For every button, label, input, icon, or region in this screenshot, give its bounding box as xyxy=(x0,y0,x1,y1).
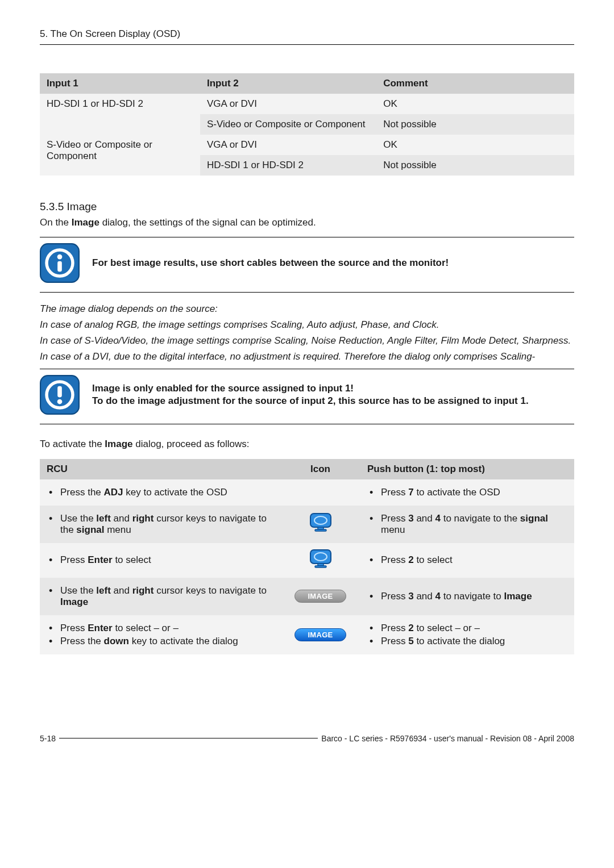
rcu-cell: Press Enter to select xyxy=(40,543,280,578)
list-item: Press 3 and 4 to navigate to the signal … xyxy=(367,513,567,536)
info-icon xyxy=(40,243,80,283)
rcu-cell: Press the ADJ key to activate the OSD xyxy=(40,479,280,506)
text: On the xyxy=(40,217,72,228)
page-number: 5-18 xyxy=(40,734,56,743)
list-item: Press 2 to select xyxy=(367,554,567,566)
svg-rect-12 xyxy=(310,550,331,564)
list-item: Use the left and right cursor keys to na… xyxy=(47,585,273,608)
table-header: Comment xyxy=(376,73,574,94)
input-compatibility-table: Input 1 Input 2 Comment HD-SDI 1 or HD-S… xyxy=(40,73,574,176)
table-header: Icon xyxy=(280,459,360,479)
text: The image dialog depends on the source: xyxy=(40,303,574,315)
list-item: Press Enter to select xyxy=(47,554,273,566)
push-button-cell: Press 3 and 4 to navigate to the signal … xyxy=(360,506,574,543)
table-header: RCU xyxy=(40,459,280,479)
text: In case of analog RGB, the image setting… xyxy=(40,319,574,331)
section-intro: On the Image dialog, the settings of the… xyxy=(40,216,574,229)
cell: VGA or DVI xyxy=(200,94,376,114)
table-row: Use the left and right cursor keys to na… xyxy=(40,506,574,543)
section-heading: 5.3.5 Image xyxy=(40,201,574,213)
text: dialog, proceed as follows: xyxy=(132,439,249,449)
rcu-cell: Use the left and right cursor keys to na… xyxy=(40,506,280,543)
image-pill-icon: IMAGE xyxy=(294,628,346,641)
table-row: Use the left and right cursor keys to na… xyxy=(40,578,574,615)
header-rule xyxy=(40,44,574,45)
footer-rule xyxy=(59,738,318,738)
list-item: Use the left and right cursor keys to na… xyxy=(47,513,273,536)
cell: S-Video or Composite or Component xyxy=(40,135,200,176)
svg-rect-8 xyxy=(310,514,331,527)
cell: OK xyxy=(376,135,574,155)
svg-rect-11 xyxy=(315,529,326,531)
page-footer: 5-18 Barco - LC series - R5976934 - user… xyxy=(40,734,574,743)
text: In case of a DVI, due to the digital int… xyxy=(40,350,574,363)
icon-cell: IMAGE xyxy=(280,615,360,654)
push-button-cell: Press 7 to activate the OSD xyxy=(360,479,574,506)
warning-text: Image is only enabled for the source ass… xyxy=(92,382,574,408)
list-item: Press the ADJ key to activate the OSD xyxy=(47,487,273,498)
cell: OK xyxy=(376,94,574,114)
list-item: Press 2 to select – or – xyxy=(367,623,567,634)
list-item: Press 7 to activate the OSD xyxy=(367,487,567,498)
warning-callout: Image is only enabled for the source ass… xyxy=(40,369,574,424)
text: In case of S-Video/Video, the image sett… xyxy=(40,335,574,347)
svg-rect-6 xyxy=(57,386,62,398)
table-row: Press Enter to selectPress 2 to select xyxy=(40,543,574,578)
text: Image xyxy=(72,217,99,228)
footer-text: Barco - LC series - R5976934 - user's ma… xyxy=(321,734,574,743)
table-row: Press Enter to select – or –Press the do… xyxy=(40,615,574,654)
italic-notes: The image dialog depends on the source: … xyxy=(40,303,574,363)
table-header: Input 1 xyxy=(40,73,200,94)
page-header: 5. The On Screen Display (OSD) xyxy=(40,28,574,40)
activate-text: To activate the Image dialog, proceed as… xyxy=(40,438,574,450)
monitor-icon xyxy=(309,549,332,569)
list-item: Press the down key to activate the dialo… xyxy=(47,636,273,647)
rcu-cell: Use the left and right cursor keys to na… xyxy=(40,578,280,615)
text: dialog, the settings of the signal can b… xyxy=(99,217,316,228)
cell: Not possible xyxy=(376,114,574,135)
svg-rect-3 xyxy=(57,261,62,272)
image-pill-icon: IMAGE xyxy=(294,590,346,603)
cell: S-Video or Composite or Component xyxy=(200,114,376,135)
table-header: Push button (1: top most) xyxy=(360,459,574,479)
text: To do the image adjustment for the sourc… xyxy=(92,395,574,408)
cell: VGA or DVI xyxy=(200,135,376,155)
push-button-cell: Press 3 and 4 to navigate to Image xyxy=(360,578,574,615)
list-item: Press 5 to activate the dialog xyxy=(367,636,567,647)
rcu-cell: Press Enter to select – or –Press the do… xyxy=(40,615,280,654)
text: Image is only enabled for the source ass… xyxy=(92,382,574,395)
cell: HD-SDI 1 or HD-SDI 2 xyxy=(200,155,376,176)
cell: HD-SDI 1 or HD-SDI 2 xyxy=(40,94,200,135)
icon-cell xyxy=(280,479,360,506)
svg-rect-15 xyxy=(315,566,326,567)
warning-icon xyxy=(40,375,80,415)
cell: Not possible xyxy=(376,155,574,176)
info-text: For best image results, use short cables… xyxy=(92,257,574,270)
svg-point-7 xyxy=(57,399,63,404)
push-button-cell: Press 2 to select xyxy=(360,543,574,578)
list-item: Press Enter to select – or – xyxy=(47,623,273,634)
text: To activate the xyxy=(40,439,105,449)
push-button-cell: Press 2 to select – or –Press 5 to activ… xyxy=(360,615,574,654)
table-header: Input 2 xyxy=(200,73,376,94)
icon-cell xyxy=(280,506,360,543)
info-callout: For best image results, use short cables… xyxy=(40,237,574,293)
icon-cell xyxy=(280,543,360,578)
text: Image xyxy=(105,439,132,449)
rcu-steps-table: RCU Icon Push button (1: top most) Press… xyxy=(40,459,574,654)
monitor-icon xyxy=(309,512,332,533)
list-item: Press 3 and 4 to navigate to Image xyxy=(367,591,567,602)
icon-cell: IMAGE xyxy=(280,578,360,615)
table-row: HD-SDI 1 or HD-SDI 2 VGA or DVI OK xyxy=(40,94,574,114)
svg-point-2 xyxy=(57,254,63,260)
table-row: Press the ADJ key to activate the OSDPre… xyxy=(40,479,574,506)
table-row: S-Video or Composite or Component VGA or… xyxy=(40,135,574,155)
